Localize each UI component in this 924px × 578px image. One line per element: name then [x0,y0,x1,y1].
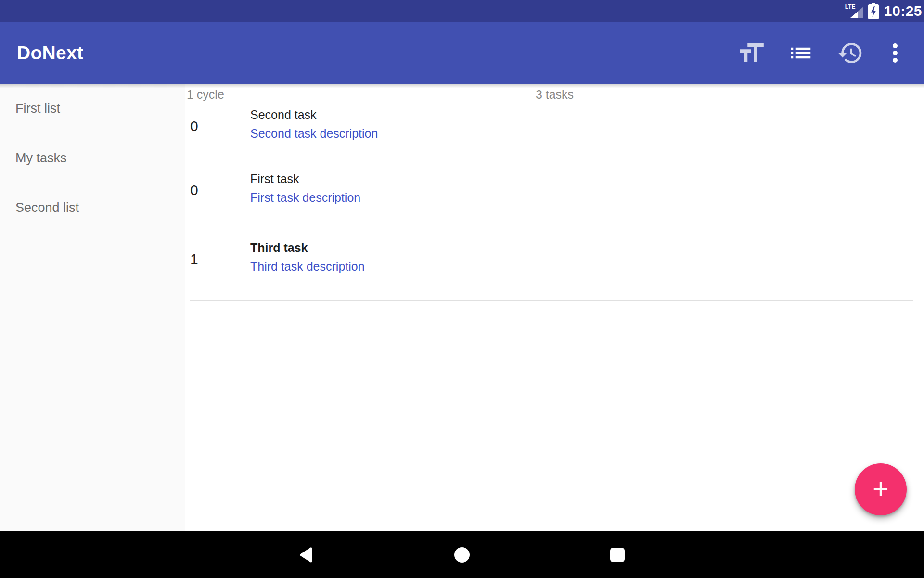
add-task-fab[interactable]: + [855,463,907,515]
format-size-button[interactable] [735,22,767,84]
task-description: Second task description [250,126,924,142]
history-icon [837,39,864,66]
task-description: Third task description [250,259,924,275]
app-bar: DoNext [0,22,924,84]
sidebar-item-first-list[interactable]: First list [0,84,185,133]
home-icon [454,547,470,563]
task-count-label: 3 tasks [536,88,574,102]
sidebar-item-label: My tasks [15,151,67,166]
battery-charging-icon [868,3,879,19]
page-title: DoNext [17,42,83,64]
list-header: 1 cycle 3 tasks [185,84,924,101]
cycle-count-label: 1 cycle [187,88,224,102]
task-cycle-count: 1 [190,250,198,268]
task-title: Third task [250,240,924,256]
list-icon [788,40,814,66]
sidebar: First list My tasks Second list [0,84,185,531]
sidebar-item-my-tasks[interactable]: My tasks [0,133,185,183]
task-row-first-task[interactable]: 0 First task First task description [185,165,924,234]
task-cycle-count: 0 [190,118,198,135]
back-icon [298,547,314,563]
status-bar-right-cluster: LTE 10:25 [845,0,922,22]
plus-icon: + [873,474,889,502]
task-list: 1 cycle 3 tasks 0 Second task Second tas… [185,84,924,531]
task-cycle-count: 0 [190,182,198,199]
android-nav-bar [0,531,924,578]
clock: 10:25 [884,3,922,19]
sidebar-item-label: First list [15,101,60,116]
recents-icon [609,547,626,563]
history-button[interactable] [836,22,864,84]
task-row-second-task[interactable]: 0 Second task Second task description [185,101,924,165]
list-view-button[interactable] [787,22,814,84]
format-size-icon [736,38,766,68]
sidebar-item-second-list[interactable]: Second list [0,183,185,233]
lte-signal-icon: LTE [845,4,863,18]
main-area: First list My tasks Second list 1 cycle … [0,84,924,531]
recents-button[interactable] [609,547,626,563]
task-title: Second task [250,107,924,123]
status-bar: LTE 10:25 [0,0,924,22]
back-button[interactable] [298,547,314,563]
sidebar-item-label: Second list [15,200,79,215]
overflow-menu-icon [892,43,898,63]
screen: LTE 10:25 DoNext [0,0,924,578]
task-row-third-task[interactable]: 1 Third task Third task description [185,234,924,301]
overflow-menu-button[interactable] [885,22,906,84]
signal-triangle-icon [850,7,863,18]
home-button[interactable] [454,547,470,563]
task-title: First task [250,171,924,187]
task-description: First task description [250,190,924,206]
